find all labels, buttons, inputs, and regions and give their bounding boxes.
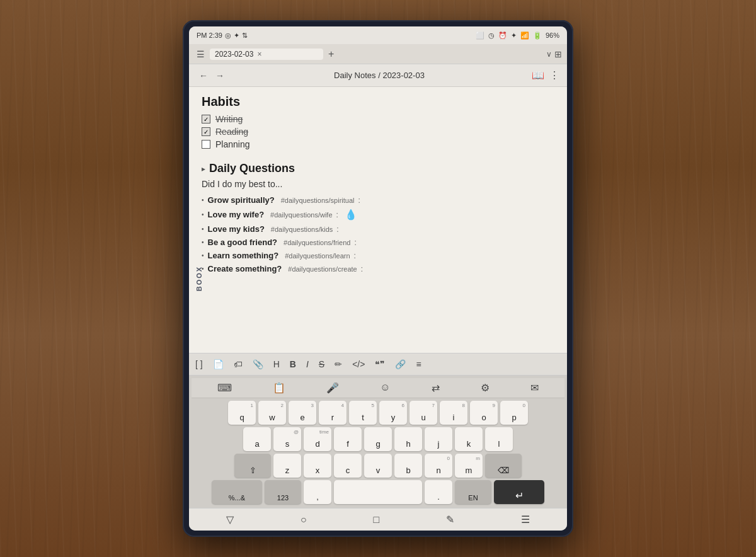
habit-label-writing: Writing	[215, 114, 243, 124]
key-s[interactable]: @s	[273, 427, 301, 451]
backspace-key[interactable]: ⌫	[485, 454, 522, 478]
habit-checkbox-planning[interactable]	[202, 140, 210, 149]
battery-level: 96%	[546, 32, 559, 39]
back-button[interactable]: ←	[197, 69, 210, 82]
period-key[interactable]: .	[425, 480, 452, 504]
habit-item-reading[interactable]: ✓ Reading	[202, 127, 554, 137]
key-r[interactable]: 4r	[319, 401, 346, 425]
key-w[interactable]: 2w	[258, 401, 286, 425]
status-icon-3: ⇅	[242, 32, 248, 40]
toolbar-menu-icon[interactable]: ≡	[415, 358, 422, 370]
toolbar-tag-icon[interactable]: 🏷	[232, 358, 244, 370]
key-g[interactable]: g	[364, 427, 392, 451]
key-h[interactable]: h	[394, 427, 422, 451]
tab-dropdown-button[interactable]: ∨	[546, 50, 552, 59]
key-row-2: a @s timed f g h j k l	[192, 427, 564, 451]
status-bar: PM 2:39 ◎ ✦ ⇅ ⬜ ◷ ⏰ ✦ 📶 🔋 96%	[189, 26, 567, 44]
comma-key[interactable]: ,	[304, 480, 331, 504]
return-key[interactable]: ↵	[494, 480, 544, 504]
habit-item-planning[interactable]: Planning	[202, 139, 554, 149]
emoji-icon[interactable]: ☺	[375, 381, 395, 395]
toolbar-attach-icon[interactable]: 📎	[251, 358, 265, 370]
key-k[interactable]: k	[455, 427, 483, 451]
tab-item[interactable]: 2023-02-03 ×	[210, 49, 323, 60]
tab-layout-button[interactable]: ⊞	[554, 49, 562, 59]
key-b[interactable]: b	[394, 454, 422, 478]
back-nav-icon[interactable]: ▽	[226, 514, 234, 525]
key-f[interactable]: f	[334, 427, 362, 451]
dq-tag-1: #dailyquestions/spiritual	[281, 197, 355, 204]
habit-checkbox-writing[interactable]: ✓	[202, 115, 210, 123]
status-icon-1: ◎	[225, 32, 231, 40]
key-l[interactable]: l	[485, 427, 513, 451]
key-q[interactable]: 1q	[228, 401, 256, 425]
dq-question-1: Grow spiritually?	[208, 195, 275, 205]
dq-collapse-icon[interactable]: ▸	[202, 164, 205, 173]
tab-close-button[interactable]: ×	[257, 50, 261, 59]
key-y[interactable]: 6y	[379, 401, 407, 425]
space-key[interactable]	[334, 480, 422, 504]
cursor-icon[interactable]: ⇄	[427, 381, 445, 395]
toolbar-pen-icon[interactable]: ✏	[333, 358, 343, 370]
dq-colon-4: :	[354, 238, 356, 247]
habit-checkbox-reading[interactable]: ✓	[202, 127, 210, 136]
settings-icon[interactable]: ⚙	[476, 381, 495, 395]
key-o[interactable]: 9o	[470, 401, 498, 425]
dq-tag-6: #dailyquestions/create	[288, 265, 357, 273]
key-t[interactable]: 5t	[349, 401, 377, 425]
key-a[interactable]: a	[243, 427, 271, 451]
book-icon[interactable]: 📖	[532, 69, 544, 81]
dq-colon-3: :	[336, 225, 338, 234]
keyboard-icon[interactable]: ⌨	[212, 381, 237, 395]
check-icon[interactable]: ✉	[525, 381, 544, 395]
shift-key[interactable]: ⇧	[234, 454, 271, 478]
keyboard-area: ⌨ 📋 🎤 ☺ ⇄ ⚙ ✉ 1q 2w 3e 4r 5t 6y 7u 8i	[189, 376, 567, 508]
toolbar-code-icon[interactable]: </>	[351, 358, 366, 370]
key-i[interactable]: 8i	[440, 401, 467, 425]
key-v[interactable]: v	[364, 454, 392, 478]
sidebar-toggle-button[interactable]: ☰	[194, 48, 207, 60]
num-key[interactable]: 123	[265, 480, 301, 504]
key-x[interactable]: x	[304, 454, 331, 478]
bluetooth-icon: ✦	[511, 32, 517, 40]
toolbar-heading-icon[interactable]: H	[272, 358, 281, 370]
keyboard-top-row: ⌨ 📋 🎤 ☺ ⇄ ⚙ ✉	[192, 378, 564, 398]
key-d[interactable]: timed	[304, 427, 331, 451]
key-c[interactable]: c	[334, 454, 362, 478]
home-nav-icon[interactable]: ○	[301, 514, 307, 525]
key-e[interactable]: 3e	[289, 401, 316, 425]
lang-key[interactable]: EN	[455, 480, 491, 504]
clipboard-icon[interactable]: 📋	[268, 381, 290, 395]
toolbar-link-icon[interactable]: 🔗	[394, 358, 407, 370]
key-row-4: %...& 123 , . EN ↵	[192, 480, 564, 504]
dq-item-1: • Grow spiritually? #dailyquestions/spir…	[202, 195, 554, 205]
tab-add-button[interactable]: +	[326, 49, 336, 60]
key-p[interactable]: 0p	[500, 401, 528, 425]
key-m[interactable]: mm	[455, 454, 483, 478]
mic-icon[interactable]: 🎤	[321, 381, 344, 395]
menu-nav-icon[interactable]: ☰	[521, 514, 530, 525]
habit-item-writing[interactable]: ✓ Writing	[202, 114, 554, 124]
toolbar-quote-icon[interactable]: ❝❞	[374, 358, 386, 370]
pen-nav-icon[interactable]: ✎	[446, 514, 454, 525]
toolbar-doc-icon[interactable]: 📄	[212, 358, 225, 370]
forward-button[interactable]: →	[213, 69, 227, 82]
symbols-key[interactable]: %...&	[212, 480, 262, 504]
key-j[interactable]: j	[425, 427, 452, 451]
toolbar-bold-icon[interactable]: B	[289, 358, 297, 370]
toolbar-bracket-icon[interactable]: [ ]	[194, 358, 204, 370]
key-u[interactable]: 7u	[410, 401, 437, 425]
dq-question-6: Create something?	[208, 264, 282, 273]
key-n[interactable]: 0n	[425, 454, 452, 478]
tab-bar: ☰ 2023-02-03 × + ∨ ⊞	[189, 44, 567, 64]
recents-nav-icon[interactable]: □	[373, 514, 379, 525]
toolbar-italic-icon[interactable]: I	[305, 358, 310, 370]
toolbar-strikethrough-icon[interactable]: S	[318, 358, 326, 370]
dq-colon-1: :	[358, 196, 360, 205]
screen: PM 2:39 ◎ ✦ ⇅ ⬜ ◷ ⏰ ✦ 📶 🔋 96% ☰ 2023-02-…	[189, 26, 567, 531]
bottom-nav: ▽ ○ □ ✎ ☰	[189, 508, 567, 531]
more-options-button[interactable]: ⋮	[549, 69, 559, 81]
screenshot-icon: ⬜	[476, 32, 484, 40]
key-z[interactable]: z	[273, 454, 301, 478]
habits-section: Habits ✓ Writing ✓ Reading Planning	[202, 95, 554, 152]
